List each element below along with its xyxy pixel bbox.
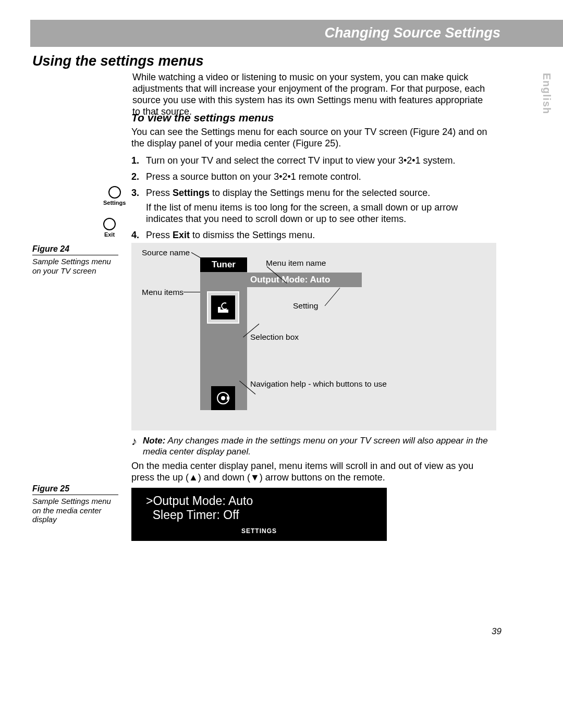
page-number: 39 xyxy=(492,626,501,637)
figure-25-caption: Sample Settings menu on the media center… xyxy=(32,497,121,524)
after-note-paragraph: On the media center display panel, menu … xyxy=(131,461,496,484)
figure-24-caption: Sample Settings menu on your TV screen xyxy=(32,257,121,275)
header-cut xyxy=(0,20,30,47)
section-title: Changing Source Settings xyxy=(324,25,500,41)
settings-button-icon: Settings xyxy=(103,186,126,206)
step-list: 1. Turn on your TV and select the correc… xyxy=(131,155,496,246)
language-tab: English xyxy=(541,73,553,114)
step-1: 1. Turn on your TV and select the correc… xyxy=(131,155,496,167)
page-title: Using the settings menus xyxy=(32,53,204,69)
figure-25-divider xyxy=(32,495,118,495)
display-line-2: Sleep Timer: Off xyxy=(146,508,372,522)
output-mode-bar: Output Mode: Auto xyxy=(200,273,362,287)
step-4: 4. Press Exit to dismiss the Settings me… xyxy=(131,230,496,241)
svg-point-3 xyxy=(221,396,225,400)
circle-icon xyxy=(103,218,116,230)
figure-24-label: Figure 24 xyxy=(32,244,69,254)
note-text: Note: Any changes made in the settings m… xyxy=(143,436,493,457)
tuner-tab: Tuner xyxy=(200,257,247,272)
figure-25-display: >Output Mode: Auto Sleep Timer: Off SETT… xyxy=(131,488,387,541)
selection-box xyxy=(207,291,239,324)
nav-icon xyxy=(211,386,235,410)
step-3-extra: If the list of menu items is too long fo… xyxy=(146,202,496,225)
svg-rect-0 xyxy=(218,310,228,313)
selection-box-label: Selection box xyxy=(250,332,299,342)
subheading: To view the settings menus xyxy=(131,112,274,124)
setting-label: Setting xyxy=(293,301,318,311)
intro-paragraph: While watching a video or listening to m… xyxy=(132,72,491,118)
sub-paragraph: You can see the Settings menu for each s… xyxy=(131,127,496,150)
menu-item-name-label: Menu item name xyxy=(266,258,326,268)
figure-24-divider xyxy=(32,255,118,255)
source-name-label: Source name xyxy=(142,248,190,257)
menu-items-label: Menu items xyxy=(142,288,183,297)
note-icon: ♪ xyxy=(131,435,137,448)
figure-24-diagram: Source name Menu item name Menu items Se… xyxy=(131,243,496,430)
sleep-icon xyxy=(211,295,235,319)
circle-icon xyxy=(108,186,121,199)
display-line-1: >Output Mode: Auto xyxy=(146,494,372,508)
step-2: 2. Press a source button on your 3•2•1 r… xyxy=(131,171,496,183)
nav-help-label: Navigation help - which buttons to use xyxy=(250,379,387,389)
display-footer: SETTINGS xyxy=(146,527,372,535)
exit-button-icon: Exit xyxy=(103,218,116,238)
svg-rect-1 xyxy=(218,307,221,310)
figure-25-label: Figure 25 xyxy=(32,484,69,493)
step-3: 3. Press Settings to display the Setting… xyxy=(131,188,496,225)
